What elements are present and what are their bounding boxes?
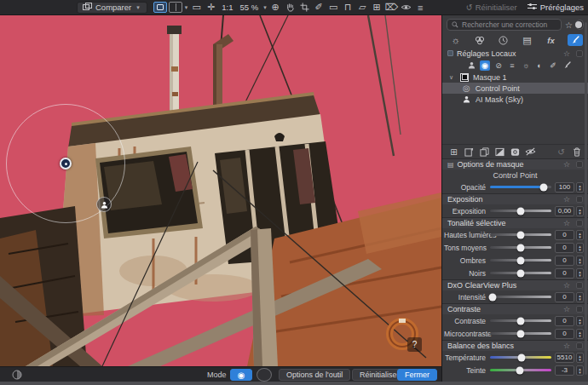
chevron-down-icon[interactable]: ∨ — [449, 74, 456, 81]
section-reset-icon[interactable] — [576, 50, 583, 57]
highlights-slider[interactable] — [490, 233, 551, 236]
blacks-value[interactable]: 0 — [555, 268, 574, 279]
zoom-in-icon[interactable]: ⊕ — [269, 2, 282, 14]
temperature-value[interactable]: 5510 — [555, 353, 574, 363]
toolbar-reset-button[interactable]: ↺ Réinitialiser — [466, 3, 517, 12]
overlay-lines-icon[interactable]: ≡ — [414, 2, 427, 14]
section-reset-icon[interactable] — [576, 220, 583, 227]
luminosity-mask-tool-icon[interactable]: ☼ — [521, 60, 531, 71]
intensity-value[interactable]: 0 — [555, 292, 574, 302]
section-reset-icon[interactable] — [576, 342, 583, 349]
section-checkbox[interactable] — [447, 50, 453, 56]
tint-value[interactable]: -3 — [555, 365, 574, 376]
tab-detail[interactable]: ▤ — [520, 34, 535, 46]
invert-mask-icon[interactable] — [494, 147, 505, 157]
favorite-icon[interactable]: ☆ — [563, 342, 570, 350]
ai-mask-tool-icon[interactable] — [466, 60, 476, 71]
presets-button[interactable]: Préréglages — [527, 3, 584, 12]
highlights-value[interactable]: 0 — [555, 230, 574, 240]
repair-tool-icon[interactable]: ✐ — [313, 2, 326, 14]
brush-tool-icon[interactable] — [562, 60, 572, 71]
panel-scrollbar[interactable] — [585, 22, 587, 375]
auto-mask-pen-icon[interactable]: ✐ — [548, 60, 558, 71]
opacity-value[interactable]: 100 — [555, 182, 574, 192]
temperature-slider[interactable] — [490, 356, 551, 359]
control-point-handle[interactable] — [60, 158, 72, 170]
section-reset-icon[interactable] — [576, 196, 583, 203]
hide-mask-eye-off-icon[interactable] — [525, 147, 536, 157]
fit-screen-icon[interactable]: ▭ — [190, 2, 203, 14]
view-chevron-icon[interactable]: ▾ — [185, 4, 188, 11]
zoom-chevron-icon[interactable]: ▾ — [263, 4, 267, 11]
blacks-slider[interactable] — [490, 272, 551, 274]
opacity-slider[interactable] — [490, 186, 551, 188]
section-reset-icon[interactable] — [576, 282, 583, 289]
mask-item-ai-sky[interactable]: AI Mask (Sky) — [442, 94, 588, 105]
tab-effects[interactable]: fx — [544, 34, 559, 46]
tint-stepper[interactable]: ▴▾ — [576, 365, 584, 376]
compare-circle-icon[interactable] — [12, 369, 22, 381]
single-view-button[interactable] — [153, 2, 167, 13]
perspective-tool-icon[interactable]: ▱ — [356, 2, 369, 14]
contrast-value[interactable]: 0 — [555, 316, 574, 326]
section-reset-icon[interactable] — [576, 306, 583, 313]
control-point-mode-button[interactable]: ◉ — [230, 369, 252, 381]
gradient-tool-icon[interactable]: ≡ — [507, 60, 517, 71]
highlights-stepper[interactable]: ▴▾ — [576, 230, 584, 240]
move-icon[interactable]: ✛ — [205, 2, 217, 14]
favorites-filter-icon[interactable]: ☆ — [565, 20, 573, 31]
contrast-stepper[interactable]: ▴▾ — [576, 316, 584, 326]
horizon-tool-icon[interactable]: ▭ — [327, 2, 340, 14]
shadows-stepper[interactable]: ▴▾ — [576, 256, 584, 266]
grid-tool-icon[interactable]: ⊞ — [371, 2, 383, 14]
intensity-stepper[interactable]: ▴▾ — [576, 292, 584, 302]
delete-mask-icon[interactable] — [571, 147, 582, 157]
mask-item-control-point[interactable]: ◎ Control Point — [442, 83, 588, 94]
favorite-icon[interactable]: ☆ — [563, 160, 570, 169]
shadows-slider[interactable] — [490, 259, 551, 261]
ai-mask-marker[interactable] — [96, 197, 112, 212]
tool-options-button[interactable]: Options de l'outil — [279, 369, 350, 381]
radial-tool-icon[interactable]: ◐ — [534, 60, 545, 71]
microcontrast-slider[interactable] — [490, 332, 551, 335]
split-view-button[interactable] — [169, 2, 182, 13]
favorite-icon[interactable]: ☆ — [563, 281, 570, 290]
favorite-icon[interactable]: ☆ — [563, 305, 570, 313]
temperature-stepper[interactable]: ▴▾ — [576, 353, 584, 363]
new-mask-icon[interactable] — [464, 147, 475, 157]
tab-color[interactable] — [472, 34, 487, 46]
contrast-slider[interactable] — [490, 319, 551, 322]
distortion-tool-icon[interactable]: ⊓ — [342, 2, 355, 14]
tab-history[interactable] — [496, 34, 511, 46]
intensity-slider[interactable] — [490, 296, 551, 298]
compare-button[interactable]: Comparer ▾ — [77, 2, 147, 14]
crop-icon[interactable] — [298, 2, 311, 14]
exposition-stepper[interactable]: ▴▾ — [576, 206, 584, 216]
favorite-icon[interactable]: ☆ — [563, 49, 570, 58]
favorite-icon[interactable]: ☆ — [563, 219, 570, 227]
add-mask-icon[interactable]: ⊞ — [448, 147, 459, 157]
undo-icon[interactable]: ↺ — [556, 147, 567, 157]
blacks-stepper[interactable]: ▴▾ — [576, 268, 584, 279]
microcontrast-value[interactable]: 0 — [555, 329, 574, 339]
exposition-slider[interactable] — [490, 210, 551, 212]
midtones-stepper[interactable]: ▴▾ — [576, 243, 584, 253]
tint-slider[interactable] — [490, 369, 551, 371]
opacity-stepper[interactable]: ▴▾ — [576, 182, 584, 192]
control-point-tool-icon[interactable]: ◉ — [480, 60, 490, 71]
shadows-value[interactable]: 0 — [555, 256, 574, 266]
corrections-toggle[interactable] — [576, 20, 584, 30]
control-line-tool-icon[interactable]: ⊘ — [493, 60, 504, 71]
section-reset-icon[interactable] — [576, 161, 583, 168]
close-button[interactable]: Fermer — [397, 369, 437, 381]
search-input[interactable] — [462, 20, 556, 29]
feather-mask-icon[interactable] — [510, 147, 521, 157]
tab-local-adjustments[interactable] — [568, 34, 583, 46]
favorite-icon[interactable]: ☆ — [563, 195, 570, 204]
help-button[interactable]: ? — [407, 337, 422, 352]
duplicate-mask-icon[interactable] — [479, 147, 490, 157]
exposition-value[interactable]: 0,00 — [555, 206, 574, 216]
microcontrast-stepper[interactable]: ▴▾ — [576, 329, 584, 339]
show-mask-eye-icon[interactable] — [400, 2, 412, 14]
midtones-slider[interactable] — [490, 246, 551, 249]
